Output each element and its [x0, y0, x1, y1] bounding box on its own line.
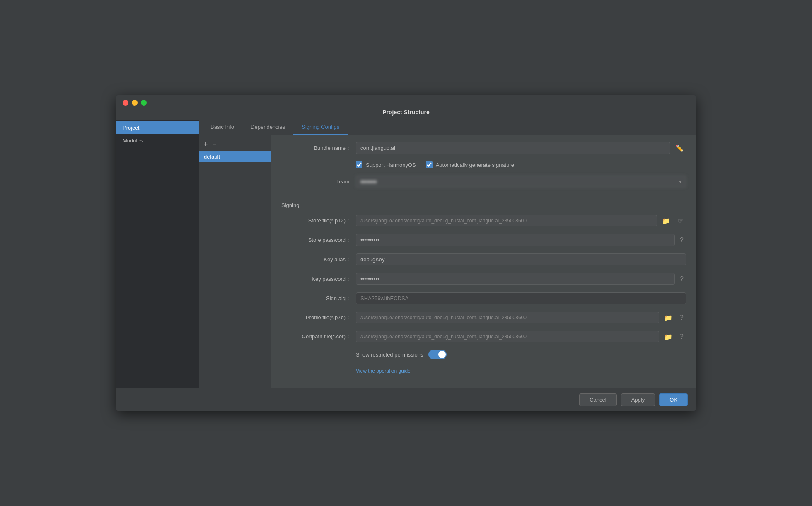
certpath-file-label: Certpath file(*.cer)： — [281, 333, 356, 340]
profile-file-input[interactable] — [356, 312, 659, 323]
team-dropdown[interactable]: ■■■■■ — [356, 176, 686, 188]
profile-file-row: Profile file(*.p7b)： 📁 ? — [281, 312, 686, 323]
tab-signing-configs[interactable]: Signing Configs — [293, 120, 348, 135]
ok-button[interactable]: OK — [659, 393, 688, 406]
fingerprint-icon[interactable]: ☞ — [675, 217, 686, 225]
bundle-name-row: Bundle name： ✏️ — [281, 142, 686, 154]
add-config-button[interactable]: + — [202, 140, 209, 149]
auto-sign-checkbox[interactable] — [426, 161, 433, 168]
key-alias-input[interactable] — [356, 253, 686, 265]
content-area: Basic Info Dependencies Signing Configs … — [199, 120, 696, 388]
team-dropdown-wrap: ■■■■■ ▾ — [356, 176, 686, 188]
signing-section-title: Signing — [281, 202, 686, 208]
key-alias-label: Key alias： — [281, 256, 356, 263]
sign-alg-row: Sign alg： — [281, 292, 686, 304]
config-item-default[interactable]: default — [199, 151, 271, 162]
toggle-slider — [428, 350, 447, 359]
store-file-row: Store file(*.p12)： 📁 ☞ — [281, 215, 686, 226]
profile-file-wrap: 📁 ? — [356, 312, 686, 323]
view-guide-link[interactable]: View the operation guide — [356, 368, 411, 374]
sign-alg-wrap — [356, 292, 686, 304]
sign-alg-input — [356, 292, 686, 304]
key-password-input[interactable] — [356, 273, 675, 285]
tab-dependencies[interactable]: Dependencies — [242, 120, 293, 135]
apply-button[interactable]: Apply — [621, 393, 655, 406]
browse-profile-file-icon[interactable]: 📁 — [662, 314, 675, 322]
store-password-input[interactable] — [356, 234, 675, 246]
key-password-help-icon[interactable]: ? — [677, 275, 686, 283]
view-guide-row: View the operation guide — [281, 366, 686, 374]
store-file-wrap: 📁 ☞ — [356, 215, 686, 226]
store-password-label: Store password： — [281, 236, 356, 244]
sidebar: Project Modules — [116, 120, 199, 388]
certpath-file-wrap: 📁 ? — [356, 331, 686, 342]
tabs-bar: Basic Info Dependencies Signing Configs — [199, 120, 696, 135]
team-row: Team: ■■■■■ ▾ — [281, 176, 686, 188]
key-password-label: Key password： — [281, 275, 356, 283]
restricted-permissions-row: Show restricted permissions — [281, 350, 686, 359]
team-label: Team: — [281, 178, 356, 185]
bundle-name-field-wrap: ✏️ — [356, 142, 686, 154]
cancel-button[interactable]: Cancel — [579, 393, 616, 406]
certpath-file-input[interactable] — [356, 331, 659, 342]
sidebar-item-project[interactable]: Project — [116, 121, 199, 134]
dialog-title: Project Structure — [382, 107, 430, 120]
title-bar: Project Structure — [116, 95, 696, 120]
restricted-permissions-wrap: Show restricted permissions — [356, 350, 686, 359]
browse-certpath-file-icon[interactable]: 📁 — [662, 333, 675, 341]
window-controls — [123, 100, 147, 106]
close-button[interactable] — [123, 100, 128, 106]
auto-sign-checkbox-label[interactable]: Automatically generate signature — [426, 161, 514, 168]
form-area: Bundle name： ✏️ Support HarmonyOS — [271, 135, 696, 388]
certpath-file-help-icon[interactable]: ? — [677, 333, 686, 340]
store-password-help-icon[interactable]: ? — [677, 236, 686, 244]
key-alias-row: Key alias： — [281, 253, 686, 265]
checkboxes-group: Support HarmonyOS Automatically generate… — [356, 161, 686, 168]
bundle-name-input[interactable] — [356, 142, 670, 154]
maximize-button[interactable] — [141, 100, 147, 106]
store-password-row: Store password： ? — [281, 234, 686, 246]
remove-config-button[interactable]: − — [211, 140, 218, 149]
edit-bundle-icon[interactable]: ✏️ — [673, 144, 686, 152]
store-file-input[interactable] — [356, 215, 657, 226]
checkboxes-row: Support HarmonyOS Automatically generate… — [281, 161, 686, 168]
key-alias-wrap — [356, 253, 686, 265]
footer: Cancel Apply OK — [116, 388, 696, 411]
support-harmonyos-checkbox-label[interactable]: Support HarmonyOS — [356, 161, 416, 168]
store-password-wrap: ? — [356, 234, 686, 246]
minimize-button[interactable] — [132, 100, 138, 106]
restricted-permissions-toggle[interactable] — [428, 350, 447, 359]
sidebar-item-modules[interactable]: Modules — [116, 134, 199, 147]
dialog-body: Project Modules Basic Info Dependencies … — [116, 120, 696, 388]
restricted-permissions-label: Show restricted permissions — [356, 352, 423, 358]
key-password-wrap: ? — [356, 273, 686, 285]
config-list: + − default — [199, 135, 271, 388]
tab-basic-info[interactable]: Basic Info — [202, 120, 242, 135]
project-structure-dialog: Project Structure Project Modules Basic … — [116, 95, 696, 411]
browse-store-file-icon[interactable]: 📁 — [660, 217, 673, 225]
signing-divider — [281, 195, 686, 195]
config-area: + − default Bundle name： ✏️ — [199, 135, 696, 388]
profile-file-help-icon[interactable]: ? — [677, 314, 686, 321]
key-password-row: Key password： ? — [281, 273, 686, 285]
bundle-name-label: Bundle name： — [281, 145, 356, 152]
certpath-file-row: Certpath file(*.cer)： 📁 ? — [281, 331, 686, 342]
support-harmonyos-checkbox[interactable] — [356, 161, 362, 168]
profile-file-label: Profile file(*.p7b)： — [281, 314, 356, 321]
sign-alg-label: Sign alg： — [281, 295, 356, 302]
config-toolbar: + − — [199, 137, 271, 151]
store-file-label: Store file(*.p12)： — [281, 217, 356, 224]
